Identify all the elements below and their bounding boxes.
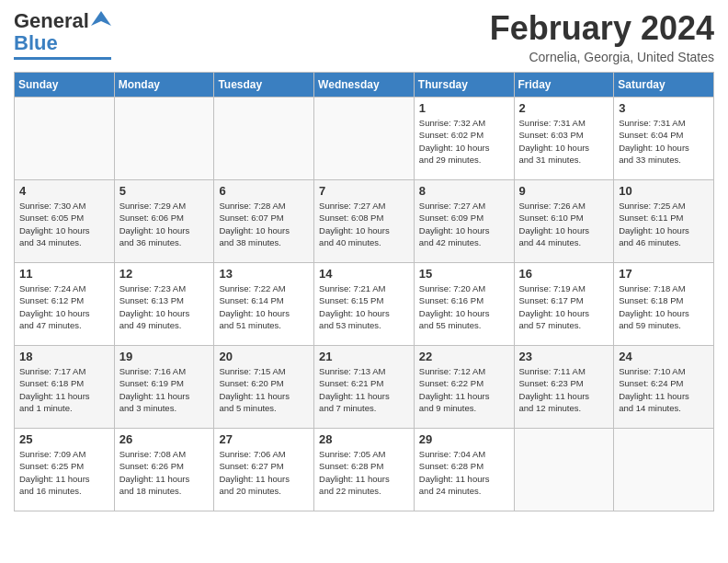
cell-info: Sunrise: 7:04 AM Sunset: 6:28 PM Dayligh… bbox=[419, 448, 509, 497]
calendar-cell: 6Sunrise: 7:28 AM Sunset: 6:07 PM Daylig… bbox=[214, 180, 314, 263]
calendar-cell bbox=[15, 98, 115, 180]
cell-info: Sunrise: 7:12 AM Sunset: 6:22 PM Dayligh… bbox=[419, 365, 509, 414]
cell-info: Sunrise: 7:28 AM Sunset: 6:07 PM Dayligh… bbox=[219, 200, 309, 248]
day-number: 8 bbox=[419, 184, 509, 198]
calendar-cell: 18Sunrise: 7:17 AM Sunset: 6:18 PM Dayli… bbox=[15, 346, 115, 429]
calendar-cell: 26Sunrise: 7:08 AM Sunset: 6:26 PM Dayli… bbox=[114, 429, 214, 511]
calendar-cell: 15Sunrise: 7:20 AM Sunset: 6:16 PM Dayli… bbox=[414, 263, 514, 346]
day-header-sunday: Sunday bbox=[15, 73, 115, 98]
cell-info: Sunrise: 7:24 AM Sunset: 6:12 PM Dayligh… bbox=[19, 282, 109, 331]
cell-info: Sunrise: 7:26 AM Sunset: 6:10 PM Dayligh… bbox=[519, 200, 609, 248]
calendar-cell: 10Sunrise: 7:25 AM Sunset: 6:11 PM Dayli… bbox=[614, 180, 714, 263]
calendar-table: SundayMondayTuesdayWednesdayThursdayFrid… bbox=[14, 72, 714, 511]
cell-info: Sunrise: 7:32 AM Sunset: 6:02 PM Dayligh… bbox=[419, 117, 509, 166]
day-number: 7 bbox=[319, 184, 409, 198]
day-header-saturday: Saturday bbox=[614, 73, 714, 98]
cell-info: Sunrise: 7:10 AM Sunset: 6:24 PM Dayligh… bbox=[619, 365, 709, 414]
calendar-week-row: 11Sunrise: 7:24 AM Sunset: 6:12 PM Dayli… bbox=[15, 263, 714, 346]
cell-info: Sunrise: 7:20 AM Sunset: 6:16 PM Dayligh… bbox=[419, 282, 509, 331]
cell-info: Sunrise: 7:23 AM Sunset: 6:13 PM Dayligh… bbox=[119, 282, 210, 331]
day-header-wednesday: Wednesday bbox=[314, 73, 415, 98]
calendar-cell: 22Sunrise: 7:12 AM Sunset: 6:22 PM Dayli… bbox=[414, 346, 514, 429]
day-number: 11 bbox=[19, 267, 109, 281]
calendar-cell: 17Sunrise: 7:18 AM Sunset: 6:18 PM Dayli… bbox=[614, 263, 714, 346]
location-subtitle: Cornelia, Georgia, United States bbox=[490, 50, 714, 64]
calendar-cell: 13Sunrise: 7:22 AM Sunset: 6:14 PM Dayli… bbox=[214, 263, 314, 346]
cell-info: Sunrise: 7:27 AM Sunset: 6:08 PM Dayligh… bbox=[319, 200, 409, 248]
day-number: 12 bbox=[119, 267, 210, 281]
day-number: 25 bbox=[19, 432, 109, 446]
cell-info: Sunrise: 7:05 AM Sunset: 6:28 PM Dayligh… bbox=[319, 448, 409, 497]
calendar-cell: 16Sunrise: 7:19 AM Sunset: 6:17 PM Dayli… bbox=[514, 263, 614, 346]
logo: General Blue bbox=[14, 9, 111, 60]
cell-info: Sunrise: 7:16 AM Sunset: 6:19 PM Dayligh… bbox=[119, 365, 210, 414]
day-number: 29 bbox=[419, 432, 509, 446]
day-number: 16 bbox=[519, 267, 609, 281]
day-number: 18 bbox=[19, 350, 109, 363]
calendar-cell: 1Sunrise: 7:32 AM Sunset: 6:02 PM Daylig… bbox=[414, 98, 514, 180]
cell-info: Sunrise: 7:31 AM Sunset: 6:04 PM Dayligh… bbox=[619, 117, 709, 166]
day-number: 17 bbox=[619, 267, 709, 281]
calendar-cell: 8Sunrise: 7:27 AM Sunset: 6:09 PM Daylig… bbox=[414, 180, 514, 263]
cell-info: Sunrise: 7:22 AM Sunset: 6:14 PM Dayligh… bbox=[219, 282, 309, 331]
day-number: 27 bbox=[219, 432, 309, 446]
calendar-cell: 23Sunrise: 7:11 AM Sunset: 6:23 PM Dayli… bbox=[514, 346, 614, 429]
day-number: 14 bbox=[319, 267, 409, 281]
cell-info: Sunrise: 7:29 AM Sunset: 6:06 PM Dayligh… bbox=[119, 200, 210, 248]
calendar-cell: 7Sunrise: 7:27 AM Sunset: 6:08 PM Daylig… bbox=[314, 180, 415, 263]
day-header-friday: Friday bbox=[514, 73, 614, 98]
cell-info: Sunrise: 7:21 AM Sunset: 6:15 PM Dayligh… bbox=[319, 282, 409, 331]
day-number: 10 bbox=[619, 184, 709, 198]
calendar-cell: 25Sunrise: 7:09 AM Sunset: 6:25 PM Dayli… bbox=[15, 429, 115, 511]
day-number: 6 bbox=[219, 184, 309, 198]
calendar-cell: 21Sunrise: 7:13 AM Sunset: 6:21 PM Dayli… bbox=[314, 346, 415, 429]
day-number: 23 bbox=[519, 350, 609, 363]
cell-info: Sunrise: 7:18 AM Sunset: 6:18 PM Dayligh… bbox=[619, 282, 709, 331]
svg-marker-0 bbox=[91, 11, 111, 26]
calendar-cell: 5Sunrise: 7:29 AM Sunset: 6:06 PM Daylig… bbox=[114, 180, 214, 263]
title-area: February 2024 Cornelia, Georgia, United … bbox=[490, 9, 714, 64]
calendar-cell: 20Sunrise: 7:15 AM Sunset: 6:20 PM Dayli… bbox=[214, 346, 314, 429]
calendar-cell: 29Sunrise: 7:04 AM Sunset: 6:28 PM Dayli… bbox=[414, 429, 514, 511]
calendar-cell: 19Sunrise: 7:16 AM Sunset: 6:19 PM Dayli… bbox=[114, 346, 214, 429]
calendar-cell bbox=[114, 98, 214, 180]
cell-info: Sunrise: 7:17 AM Sunset: 6:18 PM Dayligh… bbox=[19, 365, 109, 414]
cell-info: Sunrise: 7:31 AM Sunset: 6:03 PM Dayligh… bbox=[519, 117, 609, 166]
cell-info: Sunrise: 7:27 AM Sunset: 6:09 PM Dayligh… bbox=[419, 200, 509, 248]
day-number: 26 bbox=[119, 432, 210, 446]
calendar-cell: 24Sunrise: 7:10 AM Sunset: 6:24 PM Dayli… bbox=[614, 346, 714, 429]
month-title: February 2024 bbox=[490, 9, 714, 48]
day-number: 3 bbox=[619, 101, 709, 115]
calendar-week-row: 18Sunrise: 7:17 AM Sunset: 6:18 PM Dayli… bbox=[15, 346, 714, 429]
logo-underline bbox=[14, 57, 111, 60]
calendar-cell bbox=[214, 98, 314, 180]
cell-info: Sunrise: 7:11 AM Sunset: 6:23 PM Dayligh… bbox=[519, 365, 609, 414]
calendar-cell: 28Sunrise: 7:05 AM Sunset: 6:28 PM Dayli… bbox=[314, 429, 415, 511]
day-number: 20 bbox=[219, 350, 309, 363]
cell-info: Sunrise: 7:08 AM Sunset: 6:26 PM Dayligh… bbox=[119, 448, 210, 497]
cell-info: Sunrise: 7:19 AM Sunset: 6:17 PM Dayligh… bbox=[519, 282, 609, 331]
calendar-cell: 14Sunrise: 7:21 AM Sunset: 6:15 PM Dayli… bbox=[314, 263, 415, 346]
calendar-week-row: 1Sunrise: 7:32 AM Sunset: 6:02 PM Daylig… bbox=[15, 98, 714, 180]
calendar-cell bbox=[514, 429, 614, 511]
calendar-cell: 9Sunrise: 7:26 AM Sunset: 6:10 PM Daylig… bbox=[514, 180, 614, 263]
calendar-cell bbox=[314, 98, 415, 180]
day-number: 4 bbox=[19, 184, 109, 198]
calendar-week-row: 25Sunrise: 7:09 AM Sunset: 6:25 PM Dayli… bbox=[15, 429, 714, 511]
day-number: 28 bbox=[319, 432, 409, 446]
logo-text-general: General bbox=[14, 9, 89, 33]
calendar-cell bbox=[614, 429, 714, 511]
cell-info: Sunrise: 7:06 AM Sunset: 6:27 PM Dayligh… bbox=[219, 448, 309, 497]
day-number: 24 bbox=[619, 350, 709, 363]
cell-info: Sunrise: 7:13 AM Sunset: 6:21 PM Dayligh… bbox=[319, 365, 409, 414]
calendar-header-row: SundayMondayTuesdayWednesdayThursdayFrid… bbox=[15, 73, 714, 98]
calendar-cell: 3Sunrise: 7:31 AM Sunset: 6:04 PM Daylig… bbox=[614, 98, 714, 180]
calendar-cell: 4Sunrise: 7:30 AM Sunset: 6:05 PM Daylig… bbox=[15, 180, 115, 263]
cell-info: Sunrise: 7:30 AM Sunset: 6:05 PM Dayligh… bbox=[19, 200, 109, 248]
day-number: 22 bbox=[419, 350, 509, 363]
calendar-cell: 11Sunrise: 7:24 AM Sunset: 6:12 PM Dayli… bbox=[15, 263, 115, 346]
cell-info: Sunrise: 7:09 AM Sunset: 6:25 PM Dayligh… bbox=[19, 448, 109, 497]
calendar-cell: 12Sunrise: 7:23 AM Sunset: 6:13 PM Dayli… bbox=[114, 263, 214, 346]
cell-info: Sunrise: 7:15 AM Sunset: 6:20 PM Dayligh… bbox=[219, 365, 309, 414]
logo-text-blue: Blue bbox=[14, 31, 58, 55]
